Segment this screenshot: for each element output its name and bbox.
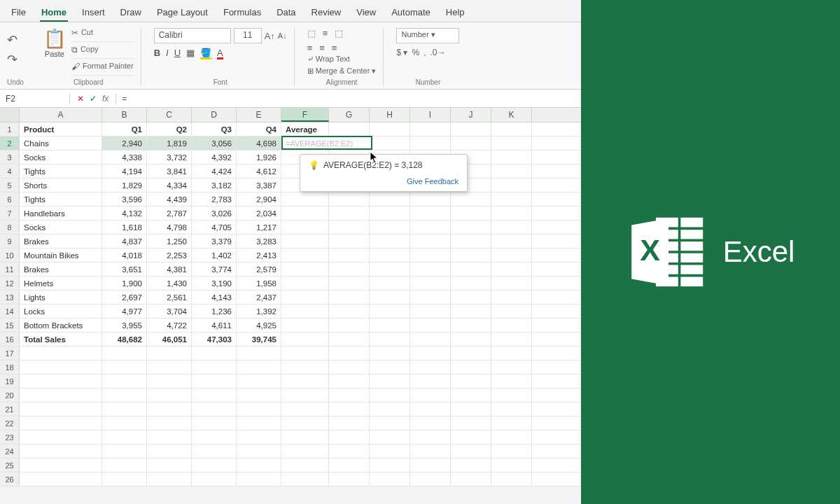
cell-product[interactable]: Locks (20, 304, 102, 318)
cell-empty[interactable] (281, 206, 329, 220)
cell-q4[interactable]: 2,413 (237, 248, 281, 262)
cell-empty[interactable] (329, 332, 370, 346)
cell-empty[interactable] (491, 220, 532, 234)
cell-empty[interactable] (491, 444, 532, 458)
wrap-text-button[interactable]: ⤶ Wrap Text (307, 55, 377, 64)
cell-empty[interactable] (410, 444, 451, 458)
cell-total-q3[interactable]: 47,303 (192, 332, 237, 346)
cell-q4[interactable]: 4,612 (237, 164, 281, 178)
cell-empty[interactable] (192, 430, 237, 444)
header-q2[interactable]: Q2 (147, 122, 192, 136)
cell-empty[interactable] (491, 262, 532, 276)
cell-empty[interactable] (370, 206, 410, 220)
row-header-3[interactable]: 3 (0, 150, 20, 164)
row-header-11[interactable]: 11 (0, 262, 20, 276)
col-header-E[interactable]: E (237, 108, 281, 122)
cell-empty[interactable] (491, 360, 532, 374)
cell-q2[interactable]: 4,334 (147, 178, 192, 192)
cell-q3[interactable]: 3,056 (192, 136, 237, 150)
cell-empty[interactable] (281, 234, 329, 248)
cell-empty[interactable] (370, 416, 410, 430)
cell-q3[interactable]: 3,026 (192, 206, 237, 220)
cell-empty[interactable] (370, 374, 410, 388)
cell-product[interactable]: Brakes (20, 262, 102, 276)
cell-empty[interactable] (329, 360, 370, 374)
cell-empty[interactable] (329, 304, 370, 318)
cell-empty[interactable] (370, 472, 410, 486)
cell-empty[interactable] (370, 192, 410, 206)
header-average[interactable]: Average (281, 122, 329, 136)
cell-empty[interactable] (281, 248, 329, 262)
tab-home[interactable]: Home (40, 4, 68, 22)
cell-product[interactable]: Mountain Bikes (20, 248, 102, 262)
italic-button[interactable]: I (166, 48, 169, 58)
cell-empty[interactable] (237, 402, 281, 416)
cell-empty[interactable] (410, 304, 451, 318)
cell-empty[interactable] (281, 374, 329, 388)
cell-empty[interactable] (410, 276, 451, 290)
cell-q4[interactable]: 4,698 (237, 136, 281, 150)
cell-q2[interactable]: 4,381 (147, 262, 192, 276)
cell-empty[interactable] (410, 416, 451, 430)
cell-q1[interactable]: 3,955 (102, 318, 147, 332)
cell-empty[interactable] (329, 318, 370, 332)
cell-empty[interactable] (281, 290, 329, 304)
cell-empty[interactable] (329, 346, 370, 360)
cell-empty[interactable] (410, 220, 451, 234)
cell-empty[interactable] (451, 136, 491, 150)
cell-q1[interactable]: 3,651 (102, 262, 147, 276)
cell-empty[interactable] (281, 388, 329, 402)
cell-empty[interactable] (281, 360, 329, 374)
decrease-font-icon[interactable]: A↓ (278, 31, 287, 40)
tab-insert[interactable]: Insert (80, 4, 106, 22)
cell-product[interactable]: Handlebars (20, 206, 102, 220)
cell-empty[interactable] (370, 290, 410, 304)
cell-q1[interactable]: 2,697 (102, 290, 147, 304)
cell-product[interactable]: Socks (20, 220, 102, 234)
cell-empty[interactable] (237, 458, 281, 472)
cell-empty[interactable] (192, 360, 237, 374)
cell-empty[interactable] (451, 122, 491, 136)
cell-q1[interactable]: 1,900 (102, 276, 147, 290)
undo-icon[interactable]: ↶ (7, 32, 24, 48)
cell-q2[interactable]: 3,732 (147, 150, 192, 164)
cell-empty[interactable] (370, 444, 410, 458)
align-center-icon[interactable]: ≡ (319, 43, 325, 53)
cell-q2[interactable]: 4,439 (147, 192, 192, 206)
cell-empty[interactable] (491, 472, 532, 486)
col-header-G[interactable]: G (329, 108, 370, 122)
row-header-17[interactable]: 17 (0, 346, 20, 360)
cell-empty[interactable] (192, 402, 237, 416)
row-header-22[interactable]: 22 (0, 416, 20, 430)
col-header-K[interactable]: K (491, 108, 532, 122)
cell-q3[interactable]: 4,143 (192, 290, 237, 304)
name-box[interactable]: F2 (0, 94, 70, 104)
cell-q3[interactable]: 3,182 (192, 178, 237, 192)
cell-empty[interactable] (370, 220, 410, 234)
cell-q3[interactable]: 4,392 (192, 150, 237, 164)
cell-product[interactable]: Tights (20, 192, 102, 206)
cell-empty[interactable] (491, 164, 532, 178)
cell-empty[interactable] (237, 444, 281, 458)
cell-empty[interactable] (451, 318, 491, 332)
tab-page-layout[interactable]: Page Layout (155, 4, 209, 22)
cell-empty[interactable] (329, 444, 370, 458)
cell-empty[interactable] (20, 360, 102, 374)
tab-draw[interactable]: Draw (119, 4, 143, 22)
cell-q1[interactable]: 3,596 (102, 192, 147, 206)
header-q3[interactable]: Q3 (192, 122, 237, 136)
cell-empty[interactable] (410, 136, 451, 150)
cell-empty[interactable] (410, 192, 451, 206)
cell-empty[interactable] (281, 430, 329, 444)
row-header-15[interactable]: 15 (0, 318, 20, 332)
cell-empty[interactable] (451, 332, 491, 346)
row-header-6[interactable]: 6 (0, 192, 20, 206)
cell-total-q2[interactable]: 46,051 (147, 332, 192, 346)
cell-empty[interactable] (192, 416, 237, 430)
cell-empty[interactable] (329, 192, 370, 206)
cell-empty[interactable] (370, 360, 410, 374)
cell-empty[interactable] (491, 136, 532, 150)
cell-empty[interactable] (281, 276, 329, 290)
cell-empty[interactable] (329, 234, 370, 248)
cell-empty[interactable] (329, 458, 370, 472)
